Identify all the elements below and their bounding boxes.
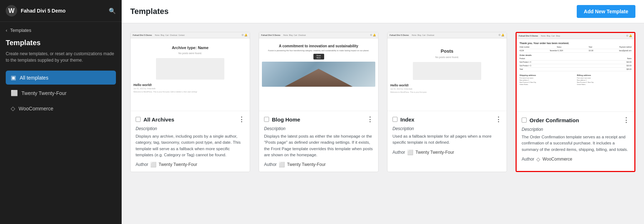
wp-logo: W [6, 5, 17, 16]
mini-no-posts: No posts were found. [133, 52, 247, 54]
sidebar-item-label: All templates [20, 75, 48, 81]
mini-post-excerpt-index: Welcome to WordPress. This is your first… [390, 91, 504, 94]
mini-order-thank-you: Thank you. Your order has been received. [519, 42, 631, 44]
mini-hello-world-index: Hello world! [390, 84, 504, 87]
template-menu-dots-blog-home[interactable]: ⋮ [367, 115, 373, 123]
mini-site-name: Fahad Divi 5 Demo [519, 35, 538, 37]
template-card-header-row: Order Confirmation ⋮ [522, 116, 629, 124]
mini-hello-world: Hello world! [133, 83, 247, 87]
template-card-index: Fahad Divi 5 Demo HomeBlogCartCheckout ⚙… [387, 32, 507, 172]
sidebar-item-woocommerce[interactable]: ◇ WooCommerce [6, 101, 116, 115]
template-desc-label: Description [264, 126, 373, 131]
layout-icon: ⬜ [279, 162, 285, 167]
template-checkbox-title: Order Confirmation [522, 117, 579, 123]
mini-content: A commitment to innovation and sustainab… [259, 38, 378, 111]
mini-content: Posts No posts were found. Hello world! … [387, 38, 507, 111]
author-label: Author [136, 162, 148, 167]
template-preview-all-archives: Fahad Divi 5 Demo HomeBlogCartCheckoutCo… [131, 32, 250, 111]
author-name: WooCommerce [542, 157, 572, 162]
mini-placeholder-box [156, 58, 224, 80]
layout-icon: ⬜ [150, 162, 156, 167]
template-desc-text: Displays the latest posts as either the … [264, 133, 373, 158]
templates-grid: Fahad Divi 5 Demo HomeBlogCartCheckoutCo… [130, 32, 635, 172]
template-card-header-row: All Archives ⋮ [136, 115, 245, 123]
mini-billing-addr-text: First name Last nameNew address 1New Pro… [577, 77, 632, 86]
back-label: Templates [10, 28, 31, 33]
mini-order-row-number: Order numberStatusTotalPayment method [519, 46, 631, 49]
add-new-template-button[interactable]: Add New Template [577, 5, 635, 18]
template-card-footer-blog-home: Blog Home ⋮ Description Displays the lat… [259, 111, 378, 172]
template-menu-dots-all-archives[interactable]: ⋮ [238, 115, 245, 123]
mini-browser-bar: Fahad Divi 5 Demo HomeBlogCartCheckoutCo… [131, 32, 250, 38]
mini-browser-bar: Fahad Divi 5 Demo HomeBlogCartShop ⚙ 🔔 [517, 33, 634, 39]
template-card-header-row: Blog Home ⋮ [264, 115, 373, 123]
template-checkbox-blog-home[interactable] [264, 117, 269, 122]
grid-icon: ▣ [11, 74, 16, 81]
mini-archive-title: Archive type: Name [133, 46, 247, 50]
mini-post-meta: Jun 01, 2022 by: Artlandtalk [133, 87, 247, 90]
template-author-row: Author ⬜ Twenty Twenty-Four [136, 162, 245, 167]
sidebar-header: W Fahad Divi 5 Demo 🔍 [0, 0, 122, 22]
top-bar: Templates Add New Template [122, 0, 644, 23]
mini-browser-bar: Fahad Divi 5 Demo HomeBlogCartCheckout ⚙… [387, 32, 507, 38]
mini-no-posts-index: No posts were found. [390, 56, 504, 58]
template-card-footer-index: Index ⋮ Description Used as a fallback t… [387, 111, 507, 159]
mini-order-product-2: Sub Product × 3$10.00 [519, 64, 631, 68]
mini-browser-blog-home: Fahad Divi 5 Demo HomeBlogCartCheckout ⚙… [259, 32, 378, 111]
template-checkbox-title: Blog Home [264, 116, 300, 123]
template-menu-dots-index[interactable]: ⋮ [495, 115, 502, 123]
mini-index-title: Posts [390, 48, 504, 54]
template-checkbox-index[interactable] [392, 117, 397, 122]
mini-browser-order-confirmation: Fahad Divi 5 Demo HomeBlogCartShop ⚙ 🔔 T… [517, 33, 634, 111]
template-author-row: Author ◇ WooCommerce [522, 156, 629, 162]
mini-post-meta-index: Jun 01, 2022 by: Artlandtalk [390, 88, 504, 90]
template-author-row: Author ⬜ Twenty Twenty-Four [264, 162, 373, 167]
author-name: Twenty Twenty-Four [158, 162, 197, 167]
sidebar: W Fahad Divi 5 Demo 🔍 ‹ Templates Templa… [0, 0, 122, 224]
main-content: Templates Add New Template Fahad Divi 5 … [122, 0, 644, 224]
template-card-footer-all-archives: All Archives ⋮ Description Displays any … [131, 111, 250, 172]
template-card-footer-order-confirmation: Order Confirmation ⋮ Description The Ord… [517, 112, 634, 166]
mini-shipping-addr-text: First name Last nameNew address 1New Pro… [519, 77, 574, 86]
mini-billing-address: Billing address [577, 74, 632, 76]
template-checkbox-order-confirmation[interactable] [522, 118, 527, 123]
mini-blog-title: A commitment to innovation and sustainab… [262, 44, 375, 48]
template-desc-label: Description [522, 127, 629, 132]
author-name: Twenty Twenty-Four [287, 162, 326, 167]
sidebar-item-all-templates[interactable]: ▣ All templates [6, 71, 116, 85]
sidebar-item-twenty-twenty-four[interactable]: ⬜ Twenty Twenty-Four [6, 86, 116, 100]
author-name: Twenty Twenty-Four [415, 150, 454, 155]
search-icon[interactable]: 🔍 [109, 8, 116, 14]
mini-order-content: Thank you. Your order has been received.… [517, 39, 634, 87]
template-title: All Archives [143, 116, 174, 123]
mini-order-product-header: ProductName [519, 57, 631, 61]
template-author-row: Author ⬜ Twenty Twenty-Four [392, 149, 502, 155]
template-desc-text: Used as a fallback template for all page… [392, 133, 502, 146]
mini-order-product-1: Sub Product × 4$10.00 [519, 61, 631, 64]
template-desc-text: Displays any archive, including posts by… [136, 133, 245, 158]
template-title: Blog Home [272, 116, 300, 123]
content-area[interactable]: Fahad Divi 5 Demo HomeBlogCartCheckoutCo… [122, 23, 644, 224]
template-card-header-row: Index ⋮ [392, 115, 502, 123]
template-title: Order Confirmation [530, 117, 579, 123]
template-card-all-archives: Fahad Divi 5 Demo HomeBlogCartCheckoutCo… [130, 32, 250, 172]
mini-placeholder-box-index [413, 62, 481, 80]
sidebar-nav: ‹ Templates Templates Create new templat… [0, 22, 122, 224]
sidebar-item-label: WooCommerce [19, 106, 53, 111]
mini-browser-all-archives: Fahad Divi 5 Demo HomeBlogCartCheckoutCo… [131, 32, 250, 111]
page-title: Templates [130, 7, 169, 16]
sidebar-section-title: Templates [6, 39, 116, 47]
template-checkbox-all-archives[interactable] [136, 117, 141, 122]
template-desc-label: Description [392, 126, 502, 131]
author-label: Author [392, 150, 405, 155]
mini-nav: HomeBlogCartCheckoutContact [155, 34, 185, 36]
template-menu-dots-order-confirmation[interactable]: ⋮ [623, 116, 629, 124]
mini-order-row-values: #1234November 8, 2024$ 0.00bacs@gmail.co… [519, 49, 631, 53]
mini-site-name: Fahad Divi 5 Demo [261, 34, 280, 36]
layout-icon: ⬜ [11, 90, 18, 96]
mini-content: Archive type: Name No posts were found. … [131, 38, 250, 111]
template-card-blog-home: Fahad Divi 5 Demo HomeBlogCartCheckout ⚙… [259, 32, 379, 172]
mini-nav: HomeBlogCartCheckout [412, 34, 434, 36]
mini-nav: HomeBlogCartShop [541, 35, 560, 37]
back-button[interactable]: ‹ Templates [6, 28, 116, 33]
